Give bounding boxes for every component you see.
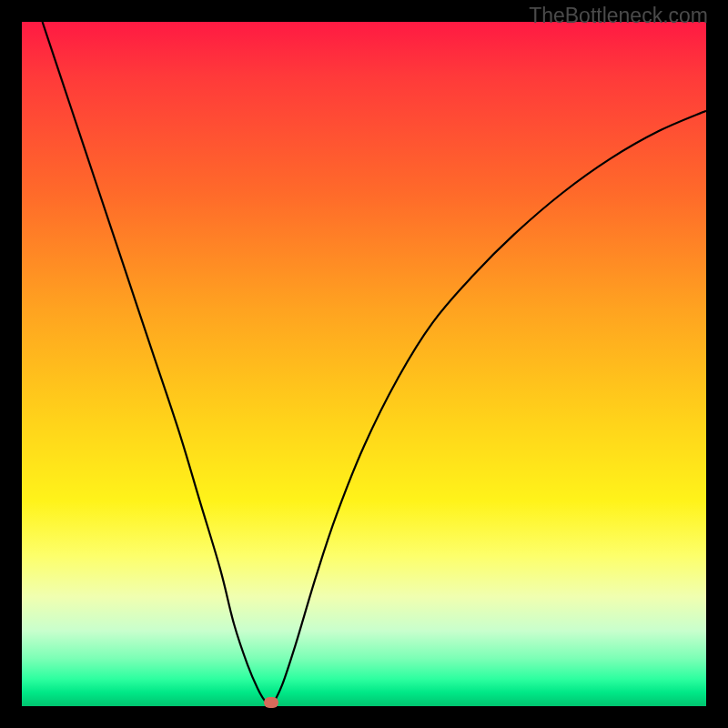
bottleneck-curve bbox=[22, 22, 706, 706]
watermark-text: TheBottleneck.com bbox=[529, 4, 708, 28]
curve-left-branch bbox=[43, 22, 272, 706]
chart-area bbox=[22, 22, 706, 706]
optimum-marker bbox=[264, 697, 278, 708]
curve-right-branch bbox=[271, 111, 706, 706]
